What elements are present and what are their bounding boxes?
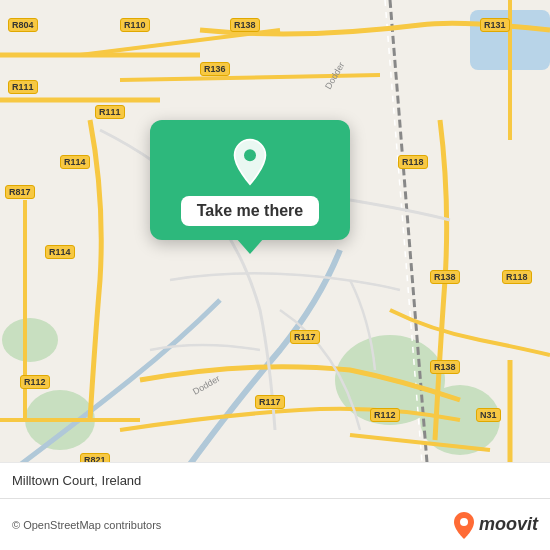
road-badge-r111: R111 — [8, 80, 38, 94]
location-bar: Milltown Court, Ireland — [0, 462, 550, 498]
svg-point-17 — [244, 149, 256, 161]
road-badge-r110: R110 — [120, 18, 150, 32]
road-badge-r112: R112 — [370, 408, 400, 422]
take-me-there-button[interactable]: Take me there — [181, 196, 319, 226]
moovit-pin-icon — [453, 511, 475, 539]
road-badge-r118: R118 — [398, 155, 428, 169]
road-badge-r114: R114 — [60, 155, 90, 169]
svg-point-18 — [460, 518, 468, 526]
attribution-text: © OpenStreetMap contributors — [12, 519, 161, 531]
road-badge-r111: R111 — [95, 105, 125, 119]
svg-line-9 — [120, 75, 380, 80]
road-badge-r117: R117 — [290, 330, 320, 344]
map-container: Dodder Dodder R804R110R138R131R111R111R1… — [0, 0, 550, 550]
road-badge-r136: R136 — [200, 62, 230, 76]
road-badge-r138: R138 — [430, 360, 460, 374]
bottom-bar: © OpenStreetMap contributors moovit — [0, 498, 550, 550]
road-badge-r112: R112 — [20, 375, 50, 389]
road-badge-r114: R114 — [45, 245, 75, 259]
road-badge-r804: R804 — [8, 18, 38, 32]
svg-point-3 — [2, 318, 58, 362]
location-name: Milltown Court, Ireland — [12, 473, 141, 488]
map-roads-layer: Dodder Dodder — [0, 0, 550, 500]
road-badge-r117: R117 — [255, 395, 285, 409]
road-badge-r817: R817 — [5, 185, 35, 199]
road-badge-r131: R131 — [480, 18, 510, 32]
popup-card[interactable]: Take me there — [150, 120, 350, 240]
svg-text:Dodder: Dodder — [191, 373, 222, 396]
road-badge-r138: R138 — [430, 270, 460, 284]
road-badge-r118: R118 — [502, 270, 532, 284]
moovit-logo: moovit — [453, 511, 538, 539]
location-pin-icon — [226, 138, 274, 186]
moovit-brand-text: moovit — [479, 514, 538, 535]
road-badge-r138: R138 — [230, 18, 260, 32]
road-badge-n31: N31 — [476, 408, 501, 422]
